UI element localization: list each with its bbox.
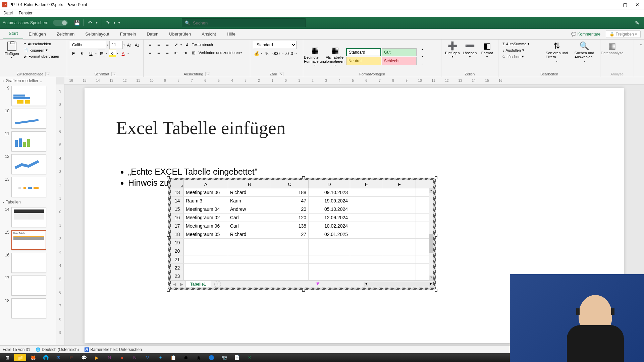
searchbox[interactable]: 🔍 xyxy=(182,18,306,27)
tab-view[interactable]: Ansicht xyxy=(196,29,221,39)
redo-dropdown-icon[interactable]: ▾ xyxy=(112,18,117,27)
cell-style-bad[interactable]: Schlecht xyxy=(382,57,417,65)
slide-thumb-17[interactable] xyxy=(11,276,46,296)
taskbar-visio-icon[interactable]: V xyxy=(142,354,154,361)
wrap-text-label[interactable]: Textumbruch xyxy=(192,43,213,47)
cell[interactable] xyxy=(184,272,228,280)
align-bottom-icon[interactable]: ≡ xyxy=(164,41,171,48)
col-header-F[interactable]: F xyxy=(383,180,416,188)
align-right-icon[interactable]: ≡ xyxy=(164,49,171,56)
cell[interactable] xyxy=(228,255,271,263)
cell[interactable] xyxy=(309,264,350,272)
tab-help[interactable]: Hilfe xyxy=(221,29,241,39)
table-row[interactable]: 23 xyxy=(171,272,433,280)
tab-insert[interactable]: Einfügen xyxy=(23,29,51,39)
cell[interactable]: 19.09.2024 xyxy=(309,197,350,205)
table-row[interactable]: 14 Raum 3 Karin 47 19.09.2024 xyxy=(171,197,433,205)
taskbar-explorer-icon[interactable]: 📁 xyxy=(14,354,26,361)
borders-icon[interactable]: ⊞ xyxy=(98,50,105,57)
tab-pagelayout[interactable]: Seitenlayout xyxy=(80,29,115,39)
currency-icon[interactable]: 💰 xyxy=(253,50,260,57)
cell[interactable]: Richard xyxy=(228,188,271,196)
slide-thumb-16[interactable] xyxy=(11,253,46,273)
cell[interactable] xyxy=(184,239,228,247)
taskbar-vlc-icon[interactable]: ▶ xyxy=(91,354,103,361)
cell[interactable] xyxy=(271,255,309,263)
align-top-icon[interactable]: ≡ xyxy=(146,41,154,48)
col-header-C[interactable]: C xyxy=(271,180,309,188)
format-painter-button[interactable]: 🖌 Format übertragen xyxy=(22,54,64,59)
row-header[interactable]: 20 xyxy=(171,247,184,255)
cell[interactable] xyxy=(228,264,271,272)
cell[interactable] xyxy=(350,255,383,263)
cell[interactable] xyxy=(383,247,416,255)
pen-icon[interactable]: ✎ xyxy=(635,20,641,26)
row-header[interactable]: 23 xyxy=(171,272,184,280)
align-left-icon[interactable]: ≡ xyxy=(146,49,154,56)
taskbar-app4-icon[interactable]: ◉ xyxy=(193,354,205,361)
merge-label[interactable]: Verbinden und zentrieren xyxy=(199,51,240,55)
table-row[interactable]: 22 xyxy=(171,264,433,272)
number-format-select[interactable]: Standard xyxy=(253,41,297,49)
table-row[interactable]: 17 Meetingraum 06 Carl 138 10.02.2024 xyxy=(171,222,433,230)
cell[interactable] xyxy=(350,247,383,255)
sheet-nav-next-icon[interactable]: ▶ xyxy=(178,282,185,287)
cell[interactable] xyxy=(350,222,383,230)
indent-decrease-icon[interactable]: ⇤ xyxy=(172,49,180,56)
slide-thumb-10[interactable] xyxy=(11,109,46,129)
cell[interactable] xyxy=(350,272,383,280)
row-header[interactable]: 17 xyxy=(171,222,184,230)
menu-window[interactable]: Fenster xyxy=(19,11,33,15)
slide-thumb-18[interactable] xyxy=(11,298,46,318)
menu-file[interactable]: Datei xyxy=(3,11,13,15)
cell[interactable] xyxy=(271,239,309,247)
row-header[interactable]: 18 xyxy=(171,230,184,238)
cell[interactable]: Meetingraum 02 xyxy=(184,214,228,222)
cell[interactable] xyxy=(271,264,309,272)
comma-icon[interactable]: 000 xyxy=(272,50,280,57)
italic-icon[interactable]: K xyxy=(78,50,86,57)
undo-icon[interactable]: ↶ xyxy=(86,18,94,27)
fill-button[interactable]: ↓ Ausfüllen ▾ xyxy=(501,47,542,53)
tab-review[interactable]: Überprüfen xyxy=(164,29,196,39)
cell[interactable] xyxy=(350,239,383,247)
align-center-icon[interactable]: ≡ xyxy=(155,49,162,56)
cell[interactable] xyxy=(228,239,271,247)
search-input[interactable] xyxy=(193,20,303,25)
tab-data[interactable]: Daten xyxy=(142,29,164,39)
font-name-input[interactable] xyxy=(70,41,106,49)
excel-grid[interactable]: 13 Meetingraum 06 Richard 188 09.10.2023… xyxy=(171,188,433,280)
taskbar-app3-icon[interactable]: 📋 xyxy=(167,354,179,361)
table-row[interactable]: 21 xyxy=(171,255,433,264)
undo-dropdown-icon[interactable]: ▾ xyxy=(94,18,99,27)
cell[interactable] xyxy=(383,230,416,238)
cell[interactable] xyxy=(350,205,383,213)
cells-format-button[interactable]: ◧Format▾ xyxy=(479,41,495,72)
cell[interactable] xyxy=(383,214,416,222)
close-button[interactable]: ✕ xyxy=(635,2,639,7)
find-select-button[interactable]: 🔍Suchen und Auswählen▾ xyxy=(571,41,597,72)
cell[interactable]: 09.10.2023 xyxy=(309,188,350,196)
paste-button[interactable]: Einfügen▾ xyxy=(3,41,21,72)
cell[interactable] xyxy=(383,239,416,247)
clear-button[interactable]: ◇ Löschen ▾ xyxy=(501,54,542,59)
styles-more-down-icon[interactable]: ▾ xyxy=(419,53,426,60)
slide-thumb-12[interactable] xyxy=(11,154,46,174)
row-header[interactable]: 13 xyxy=(171,188,184,196)
cell-style-good[interactable]: Gut xyxy=(382,48,417,56)
cell[interactable]: Meetingraum 06 xyxy=(184,188,228,196)
slide-thumb-9[interactable] xyxy=(11,86,46,106)
font-size-input[interactable] xyxy=(109,41,123,49)
merge-icon[interactable]: ⊞ xyxy=(190,49,197,56)
taskbar-app5-icon[interactable]: 🔵 xyxy=(205,354,217,361)
excel-embedded-object[interactable]: A B C D E F 13 Meetingraum 06 Richard 18… xyxy=(168,178,436,290)
table-row[interactable]: 15 Meetingraum 04 Andrew 20 05.10.2024 xyxy=(171,205,433,214)
cell[interactable]: Meetingraum 04 xyxy=(184,205,228,213)
add-sheet-button[interactable]: + xyxy=(214,281,221,288)
cut-button[interactable]: ✂ Ausschneiden xyxy=(22,41,64,47)
cell[interactable]: 10.02.2024 xyxy=(309,222,350,230)
qat-customize-icon[interactable]: ▾ xyxy=(117,18,121,27)
save-icon[interactable]: 💾 xyxy=(72,18,81,27)
cell-style-neutral[interactable]: Neutral xyxy=(346,57,381,65)
row-header[interactable]: 21 xyxy=(171,255,184,263)
